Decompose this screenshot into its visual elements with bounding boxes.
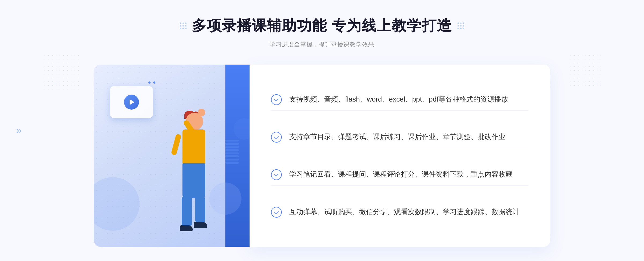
- stripe-decoration: [225, 140, 239, 164]
- title-row: 多项录播课辅助功能 专为线上教学打造: [180, 16, 464, 36]
- person-shoe-right: [194, 222, 207, 228]
- person-arm-left: [171, 133, 182, 155]
- feature-item-1: 支持视频、音频、flash、word、excel、ppt、pdf等各种格式的资源…: [271, 88, 529, 111]
- check-icon-2: [271, 132, 282, 143]
- person-leg-right: [195, 197, 205, 223]
- person-illustration: [151, 113, 221, 247]
- feature-item-3: 学习笔记回看、课程提问、课程评论打分、课件资料下载，重点内容收藏: [271, 163, 529, 186]
- dots-decoration-left: [43, 54, 80, 91]
- feature-text-3: 学习笔记回看、课程提问、课程评论打分、课件资料下载，重点内容收藏: [289, 169, 513, 180]
- sparkle-decoration: [148, 81, 156, 85]
- play-triangle-icon: [130, 99, 134, 105]
- page-title: 多项录播课辅助功能 专为线上教学打造: [192, 16, 452, 36]
- person-shoe-left: [180, 225, 193, 231]
- check-icon-4: [271, 207, 282, 218]
- page-container: » 多项录播课辅助功能 专为线上教学打造 学习进度全掌握，提升录播课教学效果: [0, 0, 644, 261]
- person-pants: [182, 163, 205, 198]
- feature-text-2: 支持章节目录、弹题考试、课后练习、课后作业、章节测验、批改作业: [289, 131, 506, 143]
- content-area: 支持视频、音频、flash、word、excel、ppt、pdf等各种格式的资源…: [94, 65, 550, 247]
- title-dots-right: [458, 23, 464, 29]
- person-hand-right: [198, 109, 205, 116]
- person-torso: [182, 129, 205, 164]
- check-icon-1: [271, 94, 282, 105]
- header-section: 多项录播课辅助功能 专为线上教学打造 学习进度全掌握，提升录播课教学效果: [180, 16, 464, 49]
- feature-item-2: 支持章节目录、弹题考试、课后练习、课后作业、章节测验、批改作业: [271, 126, 529, 148]
- features-card: 支持视频、音频、flash、word、excel、ppt、pdf等各种格式的资源…: [250, 65, 550, 247]
- video-bubble: [110, 86, 153, 118]
- page-subtitle: 学习进度全掌握，提升录播课教学效果: [180, 40, 464, 49]
- chevron-left-icon: »: [16, 125, 21, 136]
- feature-text-4: 互动弹幕、试听购买、微信分享、观看次数限制、学习进度跟踪、数据统计: [289, 206, 519, 218]
- title-dots-left: [180, 23, 186, 29]
- person-leg-left: [182, 197, 192, 227]
- dots-decoration-right: [569, 54, 601, 86]
- check-icon-3: [271, 169, 282, 180]
- feature-text-1: 支持视频、音频、flash、word、excel、ppt、pdf等各种格式的资源…: [289, 94, 508, 105]
- circle-large: [94, 177, 140, 231]
- illustration-card: [94, 65, 250, 247]
- play-button: [124, 95, 139, 110]
- feature-item-4: 互动弹幕、试听购买、微信分享、观看次数限制、学习进度跟踪、数据统计: [271, 201, 529, 223]
